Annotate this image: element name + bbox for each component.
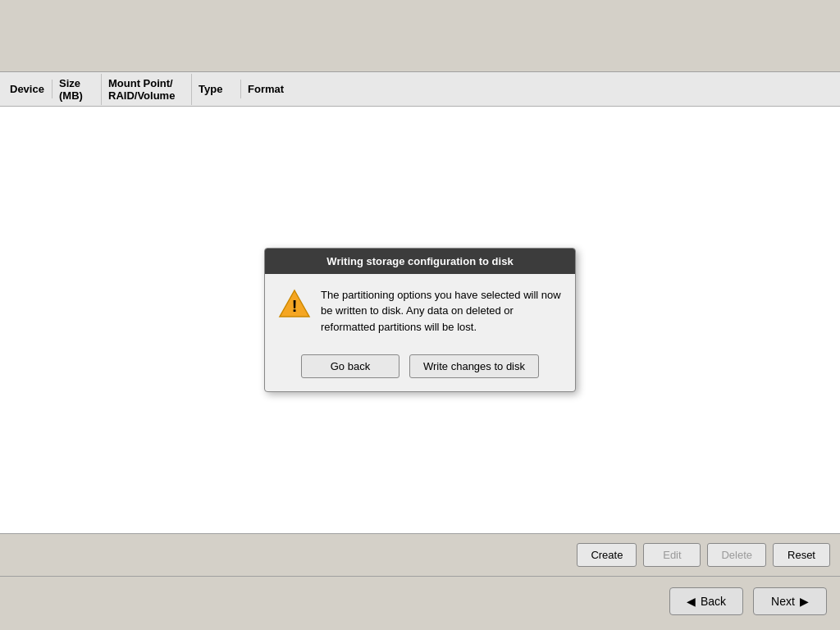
dialog-body: ! The partitioning options you have sele… xyxy=(265,274,575,349)
dialog-titlebar: Writing storage configuration to disk xyxy=(265,249,575,274)
dialog-buttons: Go back Write changes to disk xyxy=(265,348,575,391)
dialog: Writing storage configuration to disk ! … xyxy=(264,248,576,393)
dialog-overlay: Writing storage configuration to disk ! … xyxy=(0,107,840,533)
column-header-size: Size (MB) xyxy=(52,74,102,105)
column-header-type: Type xyxy=(192,80,241,98)
back-arrow-icon: ◀ xyxy=(687,595,696,608)
column-header-mount: Mount Point/ RAID/Volume xyxy=(102,74,192,105)
column-header-device: Device xyxy=(3,80,52,98)
delete-button[interactable]: Delete xyxy=(707,543,766,567)
write-changes-button[interactable]: Write changes to disk xyxy=(409,354,539,378)
top-banner xyxy=(0,0,840,72)
nav-bar: ◀ Back Next ▶ xyxy=(0,576,840,625)
go-back-button[interactable]: Go back xyxy=(301,354,399,378)
svg-text:!: ! xyxy=(292,297,298,315)
main-content: Writing storage configuration to disk ! … xyxy=(0,107,840,533)
next-button[interactable]: Next ▶ xyxy=(753,587,827,615)
back-button[interactable]: ◀ Back xyxy=(669,587,743,615)
dialog-message: The partitioning options you have select… xyxy=(321,287,562,336)
bottom-toolbar: Create Edit Delete Reset xyxy=(0,533,840,576)
next-label: Next xyxy=(771,595,795,608)
reset-button[interactable]: Reset xyxy=(773,543,830,567)
back-label: Back xyxy=(701,595,726,608)
table-header: Device Size (MB) Mount Point/ RAID/Volum… xyxy=(0,72,840,107)
column-header-format: Format xyxy=(241,80,290,98)
dialog-title: Writing storage configuration to disk xyxy=(326,255,513,267)
next-arrow-icon: ▶ xyxy=(800,595,809,608)
warning-icon: ! xyxy=(278,287,311,322)
edit-button[interactable]: Edit xyxy=(643,543,701,567)
create-button[interactable]: Create xyxy=(577,543,637,567)
